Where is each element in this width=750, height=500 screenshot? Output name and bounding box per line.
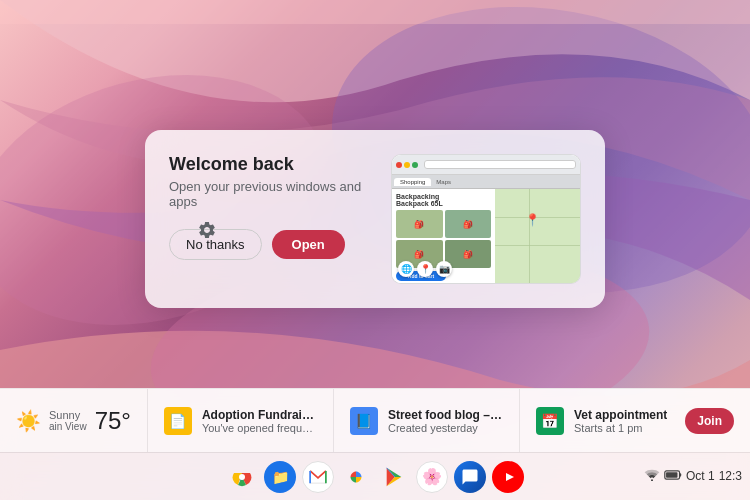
notification-adoption-fundraiser[interactable]: 📄 Adoption Fundraiser You've opened freq… [148, 389, 334, 452]
vet-appointment-subtitle: Starts at 1 pm [574, 422, 667, 434]
notification-street-food[interactable]: 📘 Street food blog – Rough draft Created… [334, 389, 520, 452]
street-food-subtitle: Created yesterday [388, 422, 503, 434]
shelf-icon-play[interactable] [378, 461, 410, 493]
notification-vet-appointment[interactable]: 📅 Vet appointment Starts at 1 pm Join [520, 389, 750, 452]
notification-bar: ☀️ Sunny ain View 75° 📄 Adoption Fundrai… [0, 388, 750, 452]
svg-point-4 [239, 474, 245, 480]
shelf-icon-youtube[interactable] [492, 461, 524, 493]
weather-condition: Sunny [49, 409, 87, 421]
welcome-subtitle: Open your previous windows and apps [169, 179, 371, 209]
tray-time[interactable]: 12:3 [719, 469, 742, 483]
svg-marker-5 [506, 473, 514, 481]
street-food-text: Street food blog – Rough draft Created y… [388, 408, 503, 434]
vet-appointment-text: Vet appointment Starts at 1 pm [574, 408, 667, 434]
open-button[interactable]: Open [272, 230, 345, 259]
welcome-title: Welcome back [169, 154, 371, 175]
settings-gear-icon[interactable] [193, 216, 221, 244]
adoption-fundraiser-subtitle: You've opened frequently [202, 422, 317, 434]
svg-rect-8 [666, 472, 677, 478]
browser-preview: Shopping Maps BackpackingBackpack 65L 🎒 … [391, 154, 581, 284]
vet-appointment-icon: 📅 [536, 407, 564, 435]
adoption-fundraiser-text: Adoption Fundraiser You've opened freque… [202, 408, 317, 434]
shelf-icon-photos2[interactable]: 🌸 [416, 461, 448, 493]
weather-icon: ☀️ [16, 409, 41, 433]
street-food-title: Street food blog – Rough draft [388, 408, 503, 422]
battery-icon [664, 468, 682, 484]
tray-date[interactable]: Oct 1 [686, 469, 715, 483]
shelf-icon-files[interactable]: 📁 [264, 461, 296, 493]
shelf-icon-messages[interactable] [454, 461, 486, 493]
weather-temperature: 75° [95, 407, 131, 435]
shelf-icon-photos[interactable] [340, 461, 372, 493]
adoption-fundraiser-title: Adoption Fundraiser [202, 408, 317, 422]
weather-widget[interactable]: ☀️ Sunny ain View 75° [0, 389, 148, 452]
shelf-icon-chrome[interactable] [226, 461, 258, 493]
adoption-fundraiser-icon: 📄 [164, 407, 192, 435]
vet-appointment-title: Vet appointment [574, 408, 667, 422]
weather-location: ain View [49, 421, 87, 432]
join-button[interactable]: Join [685, 408, 734, 434]
weather-info: Sunny ain View [49, 409, 87, 432]
welcome-card: Welcome back Open your previous windows … [145, 130, 605, 308]
top-bar [0, 0, 750, 24]
network-icon [644, 468, 660, 484]
svg-point-6 [651, 479, 653, 481]
system-tray[interactable]: Oct 1 12:3 [644, 452, 750, 500]
shelf-icon-gmail[interactable] [302, 461, 334, 493]
svg-rect-9 [679, 473, 681, 476]
shelf: 📁 🌸 [0, 452, 750, 500]
street-food-icon: 📘 [350, 407, 378, 435]
welcome-card-content: Welcome back Open your previous windows … [169, 154, 371, 264]
